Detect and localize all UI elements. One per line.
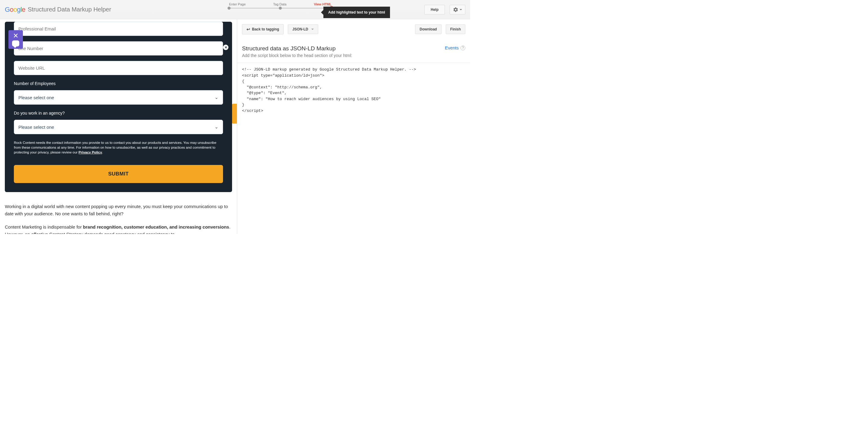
privacy-policy-link[interactable]: Privacy Policy — [79, 150, 102, 154]
chevron-down-icon — [460, 9, 462, 10]
stepper-tooltip: Add highlighted text to your html — [323, 7, 390, 18]
output-subtitle: Add the script block below to the head s… — [242, 53, 352, 58]
employees-label: Number of Employees — [14, 81, 223, 86]
events-link[interactable]: Events — [445, 45, 459, 50]
step-view-html[interactable]: View HTML — [314, 2, 332, 6]
finish-button[interactable]: Finish — [446, 24, 465, 34]
chevron-down-icon: ⌄ — [215, 95, 218, 100]
step-enter-page[interactable]: Enter Page — [229, 2, 246, 6]
chevron-down-icon — [311, 29, 314, 30]
close-icon[interactable]: ✕ — [13, 33, 19, 39]
app-header: Google Structured Data Markup Helper Ent… — [0, 0, 470, 19]
gear-icon — [453, 7, 458, 12]
output-title: Structured data as JSON-LD Markup — [242, 45, 352, 52]
main-split: ✕ ✕ Number of Employees Please select on… — [0, 19, 470, 234]
privacy-disclaimer: Rock Content needs the contact informati… — [14, 140, 223, 155]
website-field[interactable] — [14, 61, 223, 75]
format-dropdown[interactable]: JSON-LD — [288, 24, 318, 34]
right-panel: ↩ Back to tagging JSON-LD Download Finis… — [237, 19, 470, 234]
signup-form: ✕ Number of Employees Please select one … — [5, 22, 232, 192]
chevron-down-icon: ⌄ — [215, 124, 218, 130]
step-dot-1[interactable] — [227, 7, 230, 10]
app-title: Structured Data Markup Helper — [28, 6, 111, 13]
download-button[interactable]: Download — [415, 24, 441, 34]
article-p1: Working in a digital world with new cont… — [5, 203, 232, 218]
article-p2: Content Marketing is indispensable for b… — [5, 224, 232, 234]
output-heading: Structured data as JSON-LD Markup Add th… — [242, 45, 352, 61]
back-arrow-icon: ↩ — [247, 27, 250, 32]
chat-widget[interactable]: ✕ — [8, 30, 23, 49]
agency-value: Please select one — [19, 124, 54, 130]
employees-value: Please select one — [19, 95, 54, 100]
right-toolbar: ↩ Back to tagging JSON-LD Download Finis… — [237, 19, 470, 39]
employees-select[interactable]: Please select one ⌄ — [14, 90, 223, 105]
decorative-strip — [231, 104, 237, 124]
help-button[interactable]: Help — [424, 5, 445, 15]
google-logo: Google — [5, 6, 25, 13]
left-panel: ✕ ✕ Number of Employees Please select on… — [0, 19, 237, 234]
submit-button[interactable]: SUBMIT — [14, 165, 223, 183]
logo-area: Google Structured Data Markup Helper — [5, 6, 111, 13]
back-to-tagging-button[interactable]: ↩ Back to tagging — [242, 24, 284, 34]
phone-field[interactable] — [14, 41, 223, 56]
agency-select[interactable]: Please select one ⌄ — [14, 120, 223, 134]
step-dot-2[interactable] — [279, 7, 282, 10]
code-output[interactable]: <!-- JSON-LD markup generated by Google … — [237, 63, 470, 117]
agency-label: Do you work in an agency? — [14, 111, 223, 115]
help-icon[interactable]: ? — [461, 46, 465, 50]
step-tag-data[interactable]: Tag Data — [273, 2, 286, 6]
email-field[interactable] — [14, 22, 223, 36]
article-body: Working in a digital world with new cont… — [5, 203, 232, 234]
chat-bubble-icon — [12, 40, 19, 47]
settings-button[interactable] — [450, 5, 465, 15]
dismiss-button[interactable]: ✕ — [223, 45, 228, 50]
